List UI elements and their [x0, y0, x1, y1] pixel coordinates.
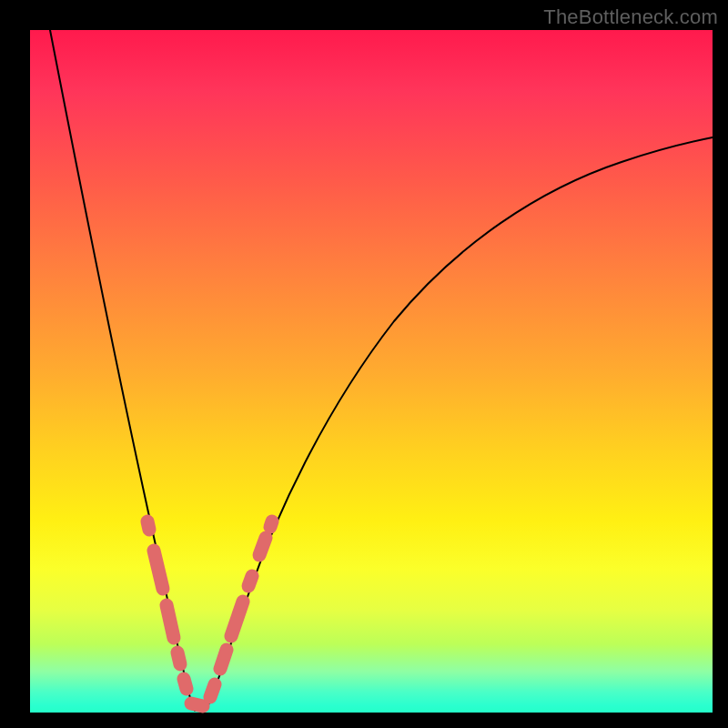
- chart-svg: [30, 30, 713, 713]
- bead-right-3: [231, 602, 243, 636]
- bead-right-6: [270, 521, 272, 527]
- curve-right-branch: [206, 137, 713, 711]
- highlight-beads: [147, 521, 272, 706]
- bead-right-5: [259, 538, 266, 555]
- bead-left-4: [177, 652, 180, 664]
- chart-frame: TheBottleneck.com: [0, 0, 728, 728]
- bead-left-2: [154, 551, 163, 589]
- bead-left-3: [167, 605, 174, 638]
- bead-right-2: [220, 650, 227, 669]
- bead-right-1: [210, 684, 215, 697]
- bead-bottom: [191, 703, 203, 706]
- bead-left-5: [184, 679, 187, 689]
- bead-left-1: [147, 521, 149, 530]
- bead-right-4: [248, 576, 252, 586]
- watermark-text: TheBottleneck.com: [543, 5, 718, 29]
